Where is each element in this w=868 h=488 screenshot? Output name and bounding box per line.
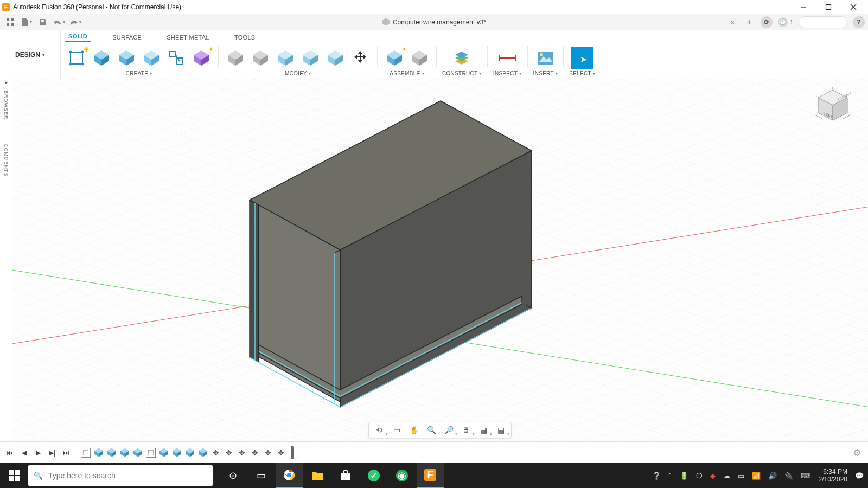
tray-steam-icon[interactable]: ❍ <box>696 472 703 480</box>
start-button[interactable] <box>0 463 28 488</box>
taskbar-search[interactable]: 🔍 <box>28 465 213 486</box>
combine-tool[interactable] <box>299 47 322 69</box>
timeline-move[interactable]: ✥ <box>276 447 286 458</box>
viewport-layout-button[interactable]: ▤ <box>495 424 507 436</box>
modify-label[interactable]: MODIFY <box>285 70 311 76</box>
document-tab[interactable]: Computer wire management v3* <box>382 18 486 26</box>
extrude-tool[interactable] <box>90 47 113 69</box>
chrome-app[interactable] <box>276 463 303 488</box>
fusion-app[interactable]: F <box>417 463 444 488</box>
look-at-button[interactable]: ▭ <box>391 424 403 436</box>
insert-image-tool[interactable] <box>534 47 557 69</box>
timeline-move[interactable]: ✥ <box>210 447 221 458</box>
timeline-move[interactable]: ✥ <box>237 447 247 458</box>
job-status[interactable]: 🕘1 <box>778 17 793 27</box>
joint-tool[interactable] <box>408 47 431 69</box>
tray-red-icon[interactable]: ◆ <box>710 472 716 480</box>
save-button[interactable] <box>36 16 50 29</box>
store-app[interactable] <box>332 463 359 488</box>
taskbar-clock[interactable]: 6:34 PM 2/10/2020 <box>819 468 847 483</box>
sketch-tool[interactable]: ✚ <box>65 47 88 69</box>
tab-solid[interactable]: SOLID <box>65 32 91 42</box>
select-label[interactable]: SELECT <box>569 70 595 76</box>
3d-viewport[interactable]: LEFT FRONT ⟲ ▭ ✋ 🔍 🔎 🖥 ▦ ▤ <box>12 79 868 441</box>
view-cube[interactable]: LEFT FRONT <box>814 87 852 125</box>
assemble-label[interactable]: ASSEMBLE <box>390 70 424 76</box>
taskview-button[interactable]: ⊙ <box>219 463 246 488</box>
timeline-step-back-button[interactable]: ◀ <box>18 447 29 458</box>
zoom-window-button[interactable]: 🔎 <box>443 424 455 436</box>
orbit-button[interactable]: ⟲ <box>373 424 385 436</box>
timeline-start-button[interactable]: ⏮ <box>4 447 15 458</box>
select-tool[interactable]: ➤ <box>571 47 593 69</box>
zoom-button[interactable]: 🔍 <box>425 424 437 436</box>
timeline-playhead[interactable] <box>291 446 294 459</box>
timeline-move[interactable]: ✥ <box>224 447 234 458</box>
close-window-button[interactable] <box>841 0 866 14</box>
construct-plane-tool[interactable] <box>450 47 473 69</box>
tray-volume-icon[interactable]: 🔊 <box>768 472 777 480</box>
close-tab-button[interactable]: × <box>727 18 738 27</box>
tray-keyboard-icon[interactable]: ⌨ <box>801 472 811 480</box>
timeline-step-fwd-button[interactable]: ▶| <box>47 447 58 458</box>
minimize-button[interactable] <box>791 0 816 14</box>
timeline-move[interactable]: ✥ <box>250 447 260 458</box>
grid-settings-button[interactable]: ▦ <box>477 424 489 436</box>
browser-toggle[interactable]: ▸ <box>5 79 8 85</box>
timeline-feature[interactable] <box>132 447 143 458</box>
timeline-feature[interactable] <box>158 447 169 458</box>
new-component-tool[interactable]: ✦ <box>383 47 406 69</box>
inspect-label[interactable]: INSPECT <box>493 70 522 76</box>
tab-sheet[interactable]: SHEET METAL <box>163 33 213 42</box>
new-tab-button[interactable]: + <box>744 17 755 27</box>
split-tool[interactable] <box>324 47 347 69</box>
press-pull-tool[interactable] <box>224 47 247 69</box>
redo-button[interactable] <box>68 16 82 29</box>
sweep-tool[interactable] <box>140 47 163 69</box>
timeline-feature[interactable] <box>197 447 208 458</box>
taskbar-search-input[interactable] <box>48 471 207 480</box>
display-settings-button[interactable]: 🖥 <box>460 424 472 436</box>
cortana-button[interactable]: ▭ <box>247 463 275 488</box>
file-menu-button[interactable] <box>20 16 34 29</box>
timeline-feature[interactable] <box>93 447 104 458</box>
construct-label[interactable]: CONSTRUCT <box>442 70 482 76</box>
timeline-sketch[interactable] <box>145 447 156 458</box>
tab-surface[interactable]: SURFACE <box>109 33 145 42</box>
tray-battery-icon[interactable]: 🔋 <box>680 472 688 480</box>
tab-tools[interactable]: TOOLS <box>231 33 259 42</box>
pan-button[interactable]: ✋ <box>408 424 420 436</box>
timeline-feature[interactable] <box>119 447 130 458</box>
form-tool[interactable]: ✦ <box>190 47 213 69</box>
revolve-tool[interactable] <box>115 47 138 69</box>
undo-button[interactable] <box>52 16 66 29</box>
explorer-app[interactable] <box>304 463 331 488</box>
tray-wifi-icon[interactable]: 📶 <box>752 472 761 480</box>
tray-help-icon[interactable]: ❔ <box>652 472 661 480</box>
green-app-1[interactable]: ✓ <box>360 463 387 488</box>
browser-label[interactable]: BROWSER <box>3 91 9 120</box>
user-avatar[interactable] <box>799 16 847 28</box>
timeline-feature[interactable] <box>184 447 195 458</box>
workspace-switcher[interactable]: DESIGN <box>0 30 61 79</box>
tray-unknown-icon[interactable]: ▭ <box>738 472 744 480</box>
help-button[interactable]: ? <box>853 16 865 28</box>
timeline-sketch[interactable] <box>80 447 91 458</box>
green-app-2[interactable]: ◉ <box>388 463 416 488</box>
shell-tool[interactable] <box>274 47 297 69</box>
loft-tool[interactable] <box>165 47 188 69</box>
timeline-play-button[interactable]: ▶ <box>33 447 43 458</box>
data-panel-button[interactable] <box>3 16 17 29</box>
tray-chevron-icon[interactable]: ˄ <box>668 472 672 480</box>
timeline-settings-button[interactable]: ⚙ <box>853 447 861 459</box>
comments-label[interactable]: COMMENTS <box>3 144 9 177</box>
extensions-button[interactable]: ⟳ <box>761 16 773 28</box>
tray-power-icon[interactable]: 🔌 <box>784 472 793 480</box>
measure-tool[interactable] <box>496 47 519 69</box>
notifications-button[interactable]: 💬 <box>855 472 864 480</box>
timeline-move[interactable]: ✥ <box>263 447 273 458</box>
create-label[interactable]: CREATE <box>126 70 152 76</box>
tray-onedrive-icon[interactable]: ☁ <box>723 472 730 480</box>
maximize-button[interactable] <box>816 0 841 14</box>
timeline-end-button[interactable]: ⏭ <box>61 447 72 458</box>
